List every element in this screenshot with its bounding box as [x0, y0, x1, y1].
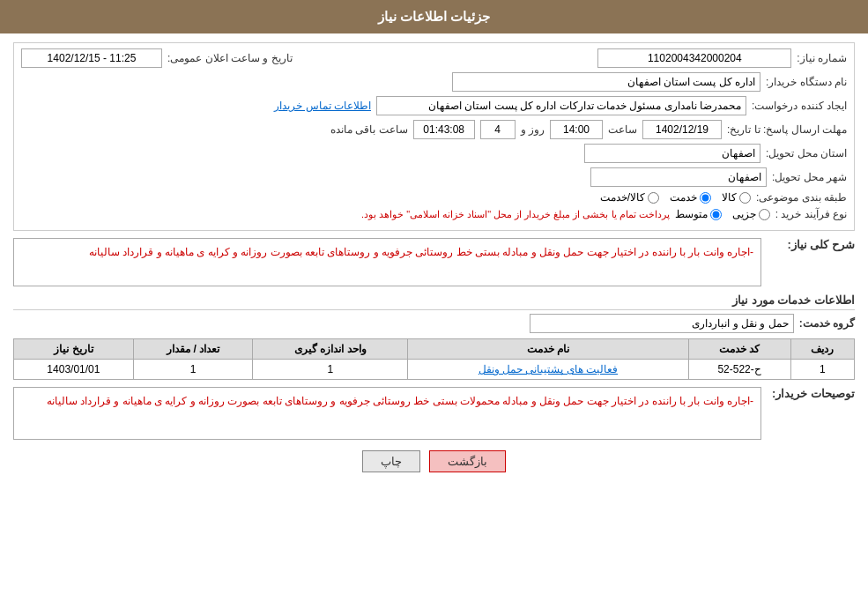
shahr-label: شهر محل تحویل: [772, 171, 847, 183]
mohlet-roz-input[interactable] [480, 120, 516, 139]
group-label: گروه خدمت: [799, 317, 855, 330]
buyer-desc-text: -اجاره وانت بار با راننده در اختیار جهت … [13, 387, 761, 440]
namdastgah-label: نام دستگاه خریدار: [766, 76, 847, 88]
shmare-input[interactable] [597, 48, 791, 68]
radio-khedmat[interactable]: خدمت [670, 191, 711, 204]
print-button[interactable]: چاپ [362, 450, 420, 472]
ijad-link[interactable]: اطلاعات تماس خریدار [274, 100, 371, 112]
buyer-label: توصیحات خریدار: [767, 387, 855, 400]
row-namdastgah: نام دستگاه خریدار: [21, 72, 847, 92]
mohlet-label: مهلت ارسال پاسخ: تا تاریخ: [727, 123, 847, 136]
buttons-row: بازگشت چاپ [13, 450, 855, 472]
buyer-desc-row: توصیحات خریدار: -اجاره وانت بار با رانند… [13, 387, 855, 440]
main-content: شماره نیاز: تاریخ و ساعت اعلان عمومی: نا… [0, 33, 868, 490]
page-container: جزئیات اطلاعات نیاز شماره نیاز: تاریخ و … [0, 0, 868, 609]
ijad-label: ایجاد کننده درخواست: [752, 100, 847, 112]
mohlet-baqi-input[interactable] [413, 120, 475, 139]
back-button[interactable]: بازگشت [429, 450, 506, 472]
mohlet-saat-label: ساعت [608, 123, 637, 136]
row-shahr: شهر محل تحویل: [21, 167, 847, 187]
noa-note: پرداخت تمام یا بخشی از مبلغ خریدار از مح… [361, 209, 670, 220]
noa-label: نوع فرآیند خرید : [775, 208, 847, 220]
group-input[interactable] [530, 314, 794, 333]
sharh-label: شرح کلی نیاز: [767, 238, 855, 251]
row-ostan: استان محل تحویل: [21, 144, 847, 163]
mohlet-saat-input[interactable] [550, 120, 603, 139]
ostan-label: استان محل تحویل: [766, 147, 847, 160]
cell-tarikh: 1403/01/01 [14, 360, 134, 380]
row-mohlet: مهلت ارسال پاسخ: تا تاریخ: ساعت روز و سا… [21, 120, 847, 139]
namdastgah-input[interactable] [452, 72, 760, 92]
cell-kod: ح-522-52 [688, 360, 790, 380]
services-title: اطلاعات خدمات مورد نیاز [13, 293, 855, 310]
col-tarikh: تاریخ نیاز [14, 339, 134, 360]
page-header: جزئیات اطلاعات نیاز [0, 0, 868, 33]
row-tabe: طبقه بندی موضوعی: کالا خدمت کالا/خدمت [21, 191, 847, 204]
tabe-radio-group: کالا خدمت کالا/خدمت [600, 191, 751, 204]
cell-radif: 1 [790, 360, 854, 380]
ijad-input[interactable] [376, 96, 746, 115]
page-title: جزئیات اطلاعات نیاز [378, 9, 490, 24]
sharh-text: -اجاره وانت بار با راننده در اختیار جهت … [13, 238, 761, 286]
mohlet-date-input[interactable] [642, 120, 722, 139]
top-info-section: شماره نیاز: تاریخ و ساعت اعلان عمومی: نا… [13, 42, 855, 231]
col-radif: ردیف [790, 339, 854, 360]
radio-motawaset[interactable]: متوسط [675, 208, 722, 220]
cell-name[interactable]: فعالیت های پشتیبانی حمل ونقل [408, 360, 688, 380]
tarikh-input[interactable] [21, 48, 162, 68]
shahr-input[interactable] [590, 167, 767, 187]
col-kod: کد خدمت [688, 339, 790, 360]
cell-tedad: 1 [133, 360, 253, 380]
services-table: ردیف کد خدمت نام خدمت واحد اندازه گیری ت… [13, 338, 855, 380]
mohlet-roz-label: روز و [521, 123, 545, 136]
noa-radio-group: جزیی متوسط [675, 208, 770, 220]
tabe-label: طبقه بندی موضوعی: [756, 191, 847, 204]
radio-kala-khedmat[interactable]: کالا/خدمت [600, 191, 659, 204]
group-row: گروه خدمت: [13, 314, 855, 333]
col-tedad: تعداد / مقدار [133, 339, 253, 360]
row-shmare-tarikh: شماره نیاز: تاریخ و ساعت اعلان عمومی: [21, 48, 847, 68]
tarikh-label: تاریخ و ساعت اعلان عمومی: [167, 52, 293, 64]
sharh-section: شرح کلی نیاز: -اجاره وانت بار با راننده … [13, 238, 855, 286]
mohlet-baqi-label: ساعت باقی مانده [330, 123, 408, 136]
ostan-input[interactable] [584, 144, 760, 163]
table-row: 1 ح-522-52 فعالیت های پشتیبانی حمل ونقل … [14, 360, 855, 380]
shmare-label: شماره نیاز: [797, 52, 847, 64]
col-vahed: واحد اندازه گیری [253, 339, 408, 360]
cell-vahed: 1 [253, 360, 408, 380]
radio-kala[interactable]: کالا [722, 191, 751, 204]
radio-jazii[interactable]: جزیی [732, 208, 770, 220]
row-noa: نوع فرآیند خرید : جزیی متوسط پرداخت تمام… [21, 208, 847, 220]
col-name: نام خدمت [408, 339, 688, 360]
row-ijad: ایجاد کننده درخواست: اطلاعات تماس خریدار [21, 96, 847, 115]
